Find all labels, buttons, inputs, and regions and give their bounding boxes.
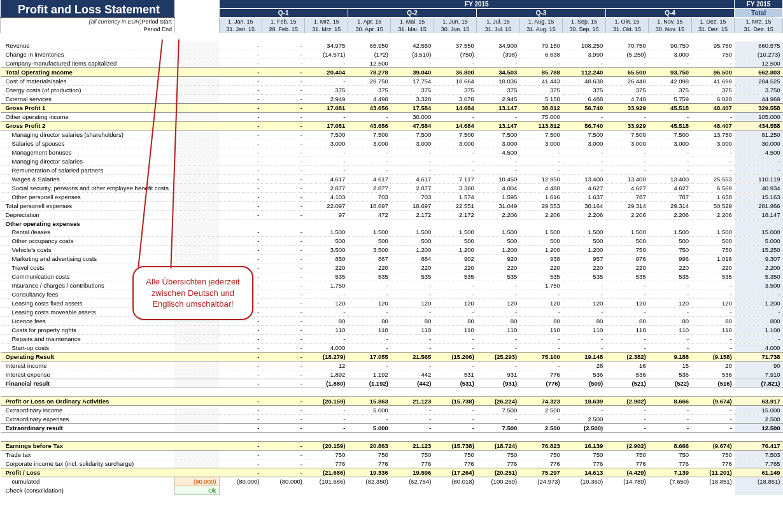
value-cell: - — [262, 166, 304, 175]
value-cell: (20.159) — [305, 442, 348, 451]
value-cell: 1.595 — [477, 193, 519, 202]
ps-6: 1. Jun. 15 — [434, 18, 476, 26]
value-cell: - — [262, 175, 304, 184]
value-cell: - — [262, 41, 304, 50]
row-label: cumulated — [1, 477, 175, 486]
value-cell: (522) — [649, 379, 691, 388]
value-cell: 120 — [477, 299, 519, 308]
value-cell: 2.500 — [563, 415, 605, 424]
value-cell: 776 — [519, 370, 562, 379]
value-cell: 7.139 — [649, 468, 691, 477]
value-cell: 7.500 — [305, 130, 348, 139]
row-label: Energy costs (of production) — [1, 86, 175, 95]
value-cell: - — [219, 68, 262, 77]
value-cell: - — [219, 415, 262, 424]
value-cell: 29.553 — [519, 202, 562, 211]
value-cell: - — [391, 335, 434, 344]
value-cell: 113.812 — [519, 122, 562, 130]
value-cell: 29.314 — [649, 202, 691, 211]
value-cell: 2.500 — [519, 406, 562, 415]
value-cell: 2.206 — [477, 211, 519, 220]
value-cell: 4.488 — [519, 184, 562, 193]
value-cell: 21.565 — [391, 353, 434, 361]
value-cell: - — [262, 139, 304, 148]
row-label: Start-up costs — [1, 344, 175, 353]
value-cell: - — [391, 344, 434, 353]
value-cell: 31.049 — [477, 202, 519, 211]
value-cell: 7.117 — [434, 175, 476, 184]
total-cell: 40.934 — [735, 184, 783, 193]
value-cell: 13.750 — [691, 130, 735, 139]
value-cell: 120 — [605, 299, 648, 308]
value-cell: 776 — [391, 459, 434, 468]
value-cell: 75.000 — [519, 113, 562, 122]
total-cell: 105.000 — [735, 113, 783, 122]
value-cell: - — [691, 148, 735, 157]
row-label: Managing director salaries (shareholders… — [1, 130, 175, 139]
value-cell: 1.200 — [477, 246, 519, 255]
value-cell: (931) — [477, 379, 519, 388]
value-cell: (1.880) — [305, 379, 348, 388]
value-cell: (9.158) — [691, 353, 735, 361]
language-callout: Alle Übersichten jederzeit zwischen Deut… — [132, 266, 253, 320]
value-cell: - — [219, 468, 262, 477]
value-cell: 65.500 — [605, 68, 648, 77]
total-cell: 7.910 — [735, 370, 783, 379]
value-cell: - — [434, 148, 476, 157]
value-cell: 535 — [305, 272, 348, 281]
total-cell: 1.200 — [735, 299, 783, 308]
value-cell: - — [391, 157, 434, 166]
value-cell: - — [262, 272, 304, 281]
row-label: Interest income — [1, 361, 175, 370]
value-cell: - — [563, 166, 605, 175]
value-cell: - — [305, 335, 348, 344]
value-cell: - — [519, 344, 562, 353]
row-label: Check (consolidation) — [1, 486, 175, 495]
row-label: Extraordinary result — [1, 424, 175, 433]
value-cell: 7.500 — [605, 130, 648, 139]
value-cell: - — [434, 361, 476, 370]
value-cell: - — [691, 424, 735, 433]
value-cell: 750 — [305, 451, 348, 459]
value-cell: 13.400 — [649, 175, 691, 184]
value-cell: - — [605, 113, 648, 122]
value-cell: - — [605, 406, 648, 415]
row-label: Revenue — [1, 41, 175, 50]
value-cell: 110 — [519, 326, 562, 335]
value-cell: - — [219, 397, 262, 406]
value-cell: 375 — [477, 86, 519, 95]
value-cell: 3.000 — [434, 139, 476, 148]
total-cell: (10.273) — [735, 50, 783, 59]
value-cell: - — [649, 281, 691, 290]
value-cell: - — [219, 122, 262, 130]
value-cell: 535 — [391, 272, 434, 281]
value-cell: 33.929 — [605, 104, 648, 113]
value-cell: 1.616 — [519, 193, 562, 202]
value-cell: 5.158 — [519, 95, 562, 104]
row-label: Extraordinary expenses — [1, 415, 175, 424]
row-label: Earnings before Tax — [1, 442, 175, 451]
total-cell: 4.500 — [735, 148, 783, 157]
value-cell: 3.000 — [348, 139, 390, 148]
value-cell: - — [262, 344, 304, 353]
value-cell: (100.269) — [477, 477, 519, 486]
value-cell: 535 — [691, 272, 735, 281]
value-cell: 220 — [348, 263, 390, 272]
total-cell: 2.200 — [735, 263, 783, 272]
value-cell: 3.000 — [519, 139, 562, 148]
value-cell: 472 — [348, 211, 390, 220]
value-cell: 500 — [477, 237, 519, 246]
value-cell: - — [262, 246, 304, 255]
value-cell: - — [348, 281, 390, 290]
value-cell: - — [348, 335, 390, 344]
value-cell: - — [219, 184, 262, 193]
value-cell: 2.877 — [391, 184, 434, 193]
value-cell: - — [391, 406, 434, 415]
value-cell: 220 — [391, 263, 434, 272]
value-cell: - — [434, 166, 476, 175]
value-cell: 536 — [691, 370, 735, 379]
period-end-label: Period End — [1, 25, 175, 33]
value-cell: 1.500 — [434, 228, 476, 237]
value-cell: (521) — [605, 379, 648, 388]
value-cell: 14.684 — [434, 104, 476, 113]
